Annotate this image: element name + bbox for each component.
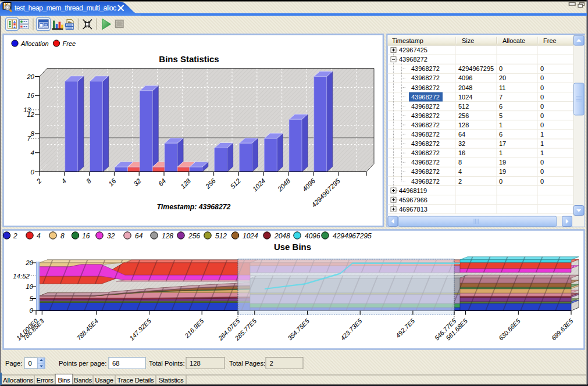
svg-text:16: 16 [82,232,90,240]
svg-text:Size: Size [462,37,474,44]
svg-text:46967813: 46967813 [399,206,427,213]
svg-text:13: 13 [23,106,31,113]
svg-text:1: 1 [499,121,503,128]
svg-text:Total Points:: Total Points: [149,360,185,367]
svg-text:Bins Statistics: Bins Statistics [159,54,219,64]
svg-text:Trace Details: Trace Details [117,377,154,384]
svg-text:512: 512 [458,103,469,110]
svg-text:0: 0 [540,159,544,166]
svg-text:Allocate: Allocate [503,37,525,44]
svg-text:Use Bins: Use Bins [274,242,311,252]
svg-text:1024: 1024 [243,232,258,240]
svg-text:43968272: 43968272 [411,140,440,147]
svg-text:Free: Free [543,37,557,44]
svg-text:19: 19 [499,159,506,166]
svg-text:0: 0 [499,178,503,185]
svg-text:0: 0 [540,84,544,91]
svg-text:512: 512 [215,232,227,240]
svg-text:43968272: 43968272 [411,149,440,156]
svg-text:Allocations: Allocations [3,377,33,384]
svg-text:Statistics: Statistics [159,377,184,384]
svg-text:7: 7 [27,135,31,142]
svg-text:256: 256 [458,112,469,119]
svg-text:0: 0 [28,360,32,367]
svg-text:43968272: 43968272 [411,103,440,110]
svg-text:Bands: Bands [74,377,92,384]
svg-text:256: 256 [188,232,200,240]
svg-text:4: 4 [37,232,41,240]
svg-text:2: 2 [270,360,273,367]
svg-text:43968272: 43968272 [411,159,440,166]
svg-text:2: 2 [458,178,462,185]
svg-text:20: 20 [499,74,506,81]
svg-text:14:52: 14:52 [13,273,30,280]
svg-text:43968272: 43968272 [411,131,440,138]
svg-text:17: 17 [499,140,506,147]
svg-text:1: 1 [499,149,503,156]
svg-text:44968119: 44968119 [399,187,427,194]
svg-text:5: 5 [499,112,503,119]
svg-text:43968272: 43968272 [411,74,440,81]
svg-text:32: 32 [107,232,115,240]
svg-text:64: 64 [458,131,465,138]
svg-text:43968272: 43968272 [411,121,440,128]
svg-text:43968272: 43968272 [411,178,440,185]
svg-text:1024: 1024 [458,94,472,101]
svg-text:11: 11 [499,84,505,91]
svg-text:16: 16 [27,92,34,99]
svg-text:43968272: 43968272 [411,168,440,175]
svg-text:0: 0 [540,178,544,185]
svg-text:32: 32 [458,140,465,147]
svg-text:4294967295: 4294967295 [458,65,494,72]
svg-text:Total Pages:: Total Pages: [229,360,265,367]
svg-text:20: 20 [26,73,34,80]
svg-text:Bins: Bins [58,377,71,384]
svg-text:45967966: 45967966 [399,196,427,203]
svg-text:6: 6 [499,131,503,138]
svg-text:0: 0 [540,168,544,175]
svg-text:0: 0 [540,121,544,128]
svg-text:8: 8 [31,130,35,137]
svg-text:43968272: 43968272 [411,65,440,72]
svg-text:Free: Free [63,40,76,47]
svg-text:43968272: 43968272 [411,84,440,91]
svg-text:Timestamp: Timestamp [392,37,423,44]
svg-text:4: 4 [458,168,462,175]
svg-text:0: 0 [499,65,503,72]
svg-text:68: 68 [112,360,120,367]
svg-text:4096: 4096 [458,74,472,81]
svg-text:43968272: 43968272 [399,56,427,63]
svg-text:0: 0 [30,307,34,314]
svg-text:8: 8 [458,159,462,166]
svg-text:128: 128 [458,121,469,128]
svg-text:2048: 2048 [458,84,472,91]
svg-text:8: 8 [60,232,65,240]
svg-text:0: 0 [540,65,544,72]
svg-text:42967425: 42967425 [399,47,427,53]
svg-text:64: 64 [135,232,143,240]
svg-text:7: 7 [499,94,503,101]
svg-text:Allocation: Allocation [20,40,49,47]
svg-text:Errors: Errors [36,377,54,384]
svg-text:128: 128 [190,360,201,367]
svg-text:16: 16 [458,149,465,156]
svg-text:5: 5 [30,295,34,302]
svg-text:6: 6 [499,103,503,110]
svg-text:1: 1 [540,131,544,138]
svg-text:0: 0 [540,74,544,81]
svg-text:1: 1 [540,149,544,156]
svg-text:10: 10 [26,283,33,290]
svg-text:4096: 4096 [305,232,320,240]
svg-text:Timestamp: 43968272: Timestamp: 43968272 [157,203,231,211]
svg-text:4: 4 [31,149,34,156]
svg-text:20: 20 [25,259,33,266]
svg-text:0: 0 [540,112,544,119]
svg-text:128: 128 [162,232,173,240]
svg-text:Points per page:: Points per page: [59,360,106,367]
svg-text:43968272: 43968272 [411,112,440,119]
svg-text:0: 0 [31,169,35,176]
svg-text:2048: 2048 [274,232,290,240]
svg-text:0: 0 [540,103,544,110]
svg-text:2: 2 [13,232,17,240]
svg-text:Usage: Usage [95,377,113,384]
